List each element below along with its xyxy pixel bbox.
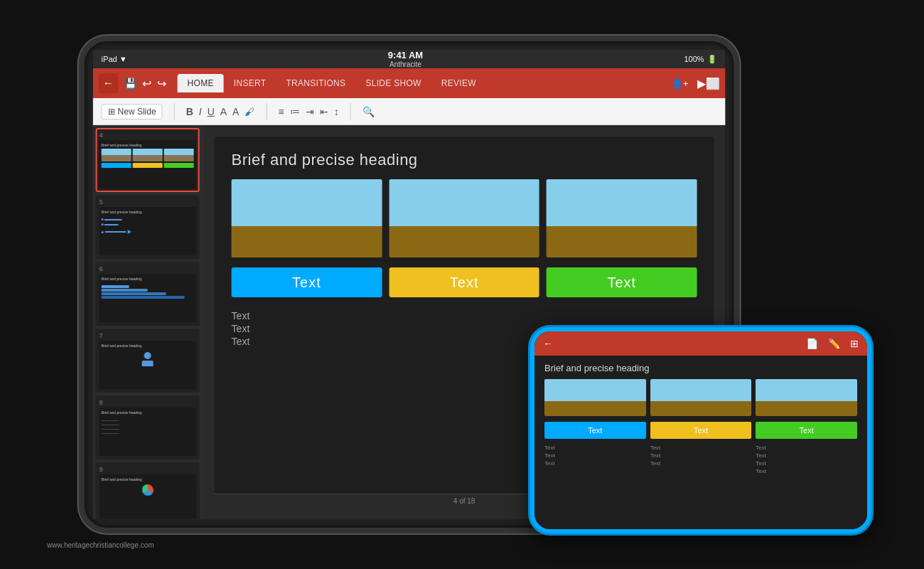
slide-image-1	[232, 179, 382, 257]
new-slide-label: New Slide	[118, 107, 156, 117]
slide-thumb-img-7: Brief and precise heading	[100, 341, 196, 389]
slide-button-3[interactable]: Text	[547, 267, 697, 297]
iphone-button-2[interactable]: Text	[650, 422, 752, 439]
iphone-text-col-1: Text Text Text	[544, 445, 646, 522]
iphone-image-1	[544, 379, 646, 416]
iphone-text-line-3-4: Text	[756, 468, 857, 474]
tab-home[interactable]: HOME	[178, 74, 224, 92]
ribbon-divider-3	[350, 103, 351, 120]
iphone-device: ← 📄 ✏️ ⊞ Brief and precise heading Text …	[530, 327, 871, 533]
slide-thumb-img-8: Brief and precise heading ——————————————…	[100, 408, 196, 456]
watermark: www.heritagechristiancollege.com	[47, 541, 154, 549]
ipad-status-bar: iPad ▼ 9:41 AM Anthracite 100% 🔋	[93, 50, 726, 68]
iphone-back-button[interactable]: ←	[543, 338, 553, 349]
indent-icon[interactable]: ⇥	[306, 106, 314, 117]
back-button[interactable]: ←	[99, 73, 119, 93]
redo-button[interactable]: ↪	[157, 77, 166, 90]
iphone-images-row	[544, 379, 857, 416]
paint-icon[interactable]: 🖌	[245, 106, 254, 117]
bold-icon[interactable]: B	[186, 106, 193, 117]
new-slide-button[interactable]: ⊞ New Slide	[102, 104, 163, 119]
slide-thumb-6[interactable]: 6 Brief and precise heading	[96, 262, 200, 326]
ribbon-divider-1	[174, 103, 175, 120]
slide-heading: Brief and precise heading	[232, 151, 697, 169]
slide-text-line-1: Text	[232, 310, 697, 321]
slide-button-1[interactable]: Text	[232, 267, 382, 297]
iphone-heading: Brief and precise heading	[544, 363, 857, 373]
slide-thumb-8[interactable]: 8 Brief and precise heading ————————————…	[96, 395, 200, 459]
italic-icon[interactable]: I	[199, 106, 202, 117]
iphone-content: Brief and precise heading Text Text Text…	[534, 356, 867, 529]
scene: iPad ▼ 9:41 AM Anthracite 100% 🔋 ← 💾 ↩ ↪	[36, 14, 888, 555]
search-replace-icon[interactable]: 🔍	[362, 106, 375, 117]
slide-images-row	[232, 179, 697, 257]
slide-num-7: 7	[100, 332, 196, 339]
outdent-icon[interactable]: ⇤	[320, 106, 328, 117]
slide-num-4: 4	[100, 132, 196, 139]
tab-insert[interactable]: INSERT	[224, 74, 276, 92]
present-icon[interactable]: ▶⬜	[697, 77, 720, 90]
tab-slideshow[interactable]: SLIDE SHOW	[355, 74, 431, 92]
ipad-doc-name: Anthracite	[388, 60, 423, 68]
iphone-text-line-3-1: Text	[756, 445, 857, 451]
iphone-text-line-1-3: Text	[544, 460, 646, 467]
bullet-list-icon[interactable]: ≔	[290, 106, 300, 117]
ipad-ribbon: ⊞ New Slide B I U A A 🖌 ≡ ≔ ⇥ ⇤	[93, 98, 726, 125]
ipad-toolbar-tabs: HOME INSERT TRANSITIONS SLIDE SHOW REVIE…	[178, 74, 672, 92]
slide-thumb-9[interactable]: 9 Brief and precise heading	[96, 462, 200, 519]
slide-thumb-4[interactable]: 4 Brief and precise heading	[96, 128, 200, 192]
font-color-icon[interactable]: A	[220, 106, 227, 117]
iphone-file-icon[interactable]: 📄	[806, 338, 818, 349]
iphone-text-col-2: Text Text Text	[650, 445, 752, 522]
iphone-text-line-2-2: Text	[650, 452, 752, 459]
iphone-image-3	[756, 379, 857, 416]
slide-thumb-img-9: Brief and precise heading	[100, 474, 196, 519]
slide-num-6: 6	[100, 265, 196, 272]
ipad-label: iPad ▼	[102, 55, 127, 63]
slide-button-2[interactable]: Text	[389, 267, 539, 297]
iphone-button-1[interactable]: Text	[544, 422, 646, 439]
iphone-button-3[interactable]: Text	[756, 422, 857, 439]
new-slide-icon: ⊞	[108, 107, 115, 117]
slide-thumb-img-5: Brief and precise heading	[100, 207, 196, 255]
add-user-icon[interactable]: 👤+	[672, 78, 689, 89]
ipad-status-right: 100% 🔋	[684, 55, 716, 64]
iphone-text-line-1-1: Text	[544, 445, 646, 451]
ribbon-align-icons: ≡ ≔ ⇥ ⇤ ↕	[278, 106, 338, 117]
ipad-status-left: iPad ▼	[102, 55, 127, 63]
tab-transitions[interactable]: TRANSITIONS	[276, 74, 355, 92]
ribbon-formatting-icons: B I U A A 🖌	[186, 106, 255, 117]
slide-thumb-5[interactable]: 5 Brief and precise heading	[96, 195, 200, 259]
slide-thumb-img-6: Brief and precise heading	[100, 274, 196, 322]
slide-thumb-7[interactable]: 7 Brief and precise heading	[96, 329, 200, 393]
slide-num-8: 8	[100, 399, 196, 406]
ipad-toolbar-right: 👤+ ▶⬜	[672, 77, 720, 90]
iphone-edit-icon[interactable]: ✏️	[828, 338, 840, 349]
save-button[interactable]: 💾	[124, 78, 136, 89]
iphone-toolbar: ← 📄 ✏️ ⊞	[534, 331, 867, 356]
iphone-toolbar-right: 📄 ✏️ ⊞	[806, 338, 859, 349]
undo-button[interactable]: ↩	[142, 77, 151, 90]
slide-image-2	[389, 179, 539, 257]
ipad-battery: 100%	[684, 55, 704, 63]
slide-thumb-img-4: Brief and precise heading	[100, 140, 196, 188]
iphone-buttons-row: Text Text Text	[544, 422, 857, 439]
tab-review[interactable]: REVIEW	[431, 74, 486, 92]
iphone-grid-icon[interactable]: ⊞	[850, 338, 859, 349]
iphone-text-line-2-1: Text	[650, 445, 752, 451]
iphone-text-col-3: Text Text Text Text	[756, 445, 857, 522]
iphone-text-line-3-3: Text	[756, 460, 857, 467]
iphone-image-2	[650, 379, 752, 416]
font-size-icon[interactable]: A	[232, 106, 239, 117]
ipad-toolbar: ← 💾 ↩ ↪ HOME INSERT TRANSITIONS SLIDE SH…	[93, 68, 726, 98]
ipad-time: 9:41 AM	[388, 50, 423, 60]
align-left-icon[interactable]: ≡	[278, 106, 284, 117]
slide-panel: 4 Brief and precise heading	[93, 125, 203, 519]
slide-num-5: 5	[100, 198, 196, 206]
iphone-text-line-2-3: Text	[650, 460, 752, 467]
underline-icon[interactable]: U	[208, 106, 215, 117]
ipad-battery-icon: 🔋	[707, 55, 717, 64]
line-spacing-icon[interactable]: ↕	[334, 106, 339, 117]
ipad-toolbar-left: ← 💾 ↩ ↪	[99, 73, 166, 93]
ipad-status-center: 9:41 AM Anthracite	[388, 50, 423, 68]
